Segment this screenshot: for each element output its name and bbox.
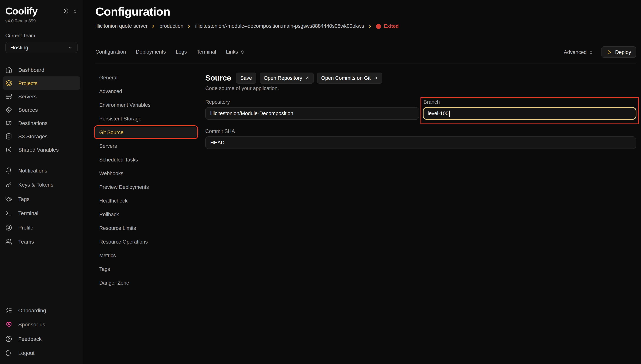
chevrons-up-down-icon[interactable] <box>73 8 78 14</box>
subnav-item-resource-operations[interactable]: Resource Operations <box>96 236 197 247</box>
save-button[interactable]: Save <box>236 72 256 84</box>
subnav-item-general[interactable]: General <box>96 72 197 83</box>
chevrons-up-down-icon <box>588 50 593 54</box>
sidebar-item-notifications[interactable]: Notifications <box>3 164 80 178</box>
commit-sha-input[interactable] <box>205 136 636 149</box>
commit-sha-label: Commit SHA <box>205 128 636 135</box>
sidebar-item-projects[interactable]: Projects <box>3 76 80 90</box>
map-x-icon <box>5 120 12 126</box>
source-header: Source Save Open Repository Open Commits… <box>205 72 636 84</box>
subnav-item-metrics[interactable]: Metrics <box>96 250 197 261</box>
sidebar-item-onboarding[interactable]: Onboarding <box>3 303 80 318</box>
user-circle-icon <box>5 224 12 231</box>
subnav-item-webhooks[interactable]: Webhooks <box>96 168 197 178</box>
sidebar-item-sponsor[interactable]: Sponsor us <box>3 318 80 332</box>
sidebar-item-label: Destinations <box>18 120 48 126</box>
repository-input[interactable] <box>205 107 419 120</box>
sidebar-item-tags[interactable]: Tags <box>3 192 80 206</box>
sidebar-item-dashboard[interactable]: Dashboard <box>3 63 80 76</box>
chevron-right-icon <box>151 24 156 29</box>
sidebar-item-label: Sponsor us <box>18 322 45 328</box>
open-repository-button[interactable]: Open Repository <box>260 72 314 84</box>
subnav-item-danger-zone[interactable]: Danger Zone <box>96 277 197 288</box>
sidebar-item-label: Servers <box>18 93 37 99</box>
sidebar-nav: Dashboard Projects Servers Sources Desti… <box>3 63 80 360</box>
open-commits-button[interactable]: Open Commits on Git <box>317 72 382 84</box>
chevron-down-icon <box>68 45 73 50</box>
tabs-bar: Configuration Deployments Logs Terminal … <box>96 46 636 64</box>
repository-field: Repository <box>205 97 419 120</box>
play-icon <box>606 49 612 55</box>
layers-icon <box>5 80 12 86</box>
tab-terminal[interactable]: Terminal <box>197 46 216 58</box>
tab-links[interactable]: Links <box>226 46 245 58</box>
open-commits-label: Open Commits on Git <box>321 75 371 81</box>
sidebar-item-label: Projects <box>18 80 38 86</box>
sidebar-item-label: Dashboard <box>18 67 44 73</box>
arrow-up-right-icon <box>373 76 378 80</box>
sidebar-item-label: Tags <box>18 196 30 202</box>
sidebar-item-keys-tokens[interactable]: Keys & Tokens <box>3 178 80 192</box>
main-content: Configuration illicitonion quote server … <box>83 0 641 364</box>
breadcrumb-application[interactable]: illicitestonion/-module--decomposition:m… <box>195 23 364 30</box>
subnav-item-resource-limits[interactable]: Resource Limits <box>96 223 197 233</box>
breadcrumb-environment[interactable]: production <box>160 23 183 30</box>
current-team-label: Current Team <box>5 33 78 39</box>
coolify-app: Coolify v4.0.0-beta.399 Current Team Hos… <box>0 0 641 364</box>
branch-annotation-box: Branch level-100 <box>420 97 639 124</box>
users-icon <box>5 238 12 245</box>
deploy-label: Deploy <box>615 49 631 55</box>
status-badge: Exited <box>376 23 399 30</box>
subnav-item-persistent-storage[interactable]: Persistent Storage <box>96 113 197 124</box>
variables-icon <box>5 146 12 153</box>
sidebar-item-servers[interactable]: Servers <box>3 90 80 103</box>
sidebar-item-profile[interactable]: Profile <box>3 220 80 234</box>
tab-logs[interactable]: Logs <box>176 46 187 58</box>
open-repository-label: Open Repository <box>264 75 302 81</box>
status-dot-icon <box>376 24 381 29</box>
tab-deployments[interactable]: Deployments <box>136 46 166 58</box>
branch-input[interactable]: level-100 <box>423 107 636 120</box>
sidebar-item-destinations[interactable]: Destinations <box>3 116 80 130</box>
advanced-dropdown[interactable]: Advanced <box>564 49 593 55</box>
tab-configuration[interactable]: Configuration <box>96 46 126 58</box>
team-select[interactable]: Hosting <box>5 42 78 53</box>
subnav-item-healthcheck[interactable]: Healthcheck <box>96 195 197 206</box>
subnav-item-git-source[interactable]: Git Source <box>96 127 197 138</box>
theme-toggle-sun-icon[interactable] <box>63 8 69 14</box>
sidebar-item-s3-storages[interactable]: S3 Storages <box>3 130 80 143</box>
deploy-button[interactable]: Deploy <box>601 46 636 58</box>
terminal-icon <box>5 210 12 217</box>
chevron-right-icon <box>367 24 372 29</box>
sidebar-item-sources[interactable]: Sources <box>3 103 80 116</box>
help-circle-icon <box>5 336 12 342</box>
git-source-icon <box>5 106 12 113</box>
breadcrumb-project[interactable]: illicitonion quote server <box>96 23 148 30</box>
sidebar-item-label: Teams <box>18 239 34 245</box>
sidebar-item-teams[interactable]: Teams <box>3 234 80 249</box>
chevron-right-icon <box>187 24 192 29</box>
brand-row: Coolify <box>5 5 78 17</box>
sidebar-item-feedback[interactable]: Feedback <box>3 332 80 346</box>
subnav-item-environment-variables[interactable]: Environment Variables <box>96 100 197 110</box>
server-icon <box>5 93 12 100</box>
page-title: Configuration <box>96 4 636 19</box>
subnav-item-servers[interactable]: Servers <box>96 140 197 151</box>
subnav-item-tags[interactable]: Tags <box>96 264 197 274</box>
subnav-item-scheduled-tasks[interactable]: Scheduled Tasks <box>96 154 197 165</box>
chevrons-up-down-icon <box>240 50 245 54</box>
team-select-value: Hosting <box>10 44 28 50</box>
sidebar-item-label: Keys & Tokens <box>18 182 54 188</box>
sidebar-item-shared-variables[interactable]: Shared Variables <box>3 143 80 156</box>
sidebar-item-label: Profile <box>18 224 33 231</box>
subnav-item-rollback[interactable]: Rollback <box>96 209 197 220</box>
subnav-item-advanced[interactable]: Advanced <box>96 86 197 96</box>
config-subnav: General Advanced Environment Variables P… <box>96 72 197 364</box>
sidebar-item-terminal[interactable]: Terminal <box>3 206 80 220</box>
checklist-icon <box>5 307 12 314</box>
sidebar-item-label: Onboarding <box>18 308 46 314</box>
sidebar-item-logout[interactable]: Logout <box>3 346 80 360</box>
nav-group-divider <box>3 156 80 164</box>
subnav-item-preview-deployments[interactable]: Preview Deployments <box>96 182 197 192</box>
logout-icon <box>5 350 12 356</box>
